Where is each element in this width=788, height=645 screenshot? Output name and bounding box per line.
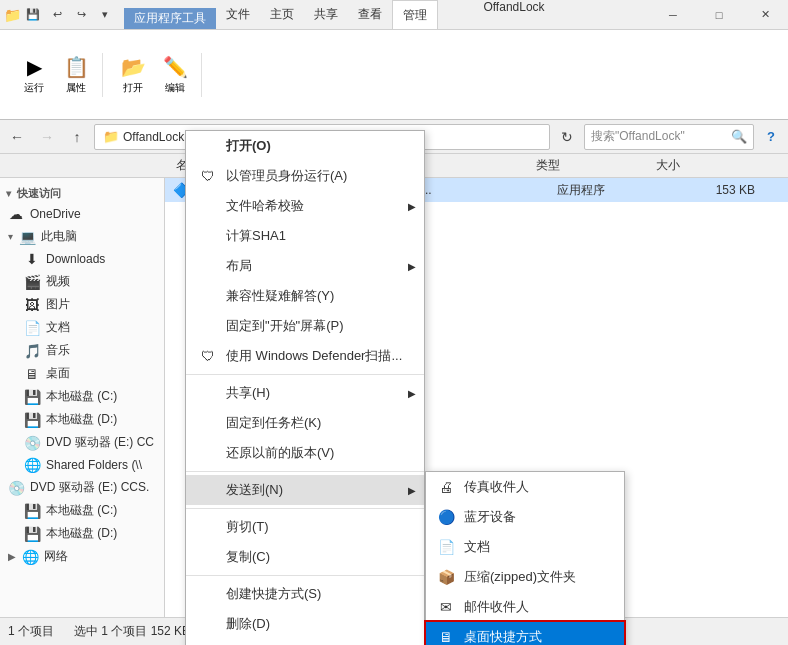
ctx-sep1 xyxy=(186,374,424,375)
help-button[interactable]: ? xyxy=(758,124,784,150)
minimize-button[interactable]: ─ xyxy=(650,0,696,29)
onedrive-icon: ☁ xyxy=(8,206,24,222)
shared-icon: 🌐 xyxy=(24,457,40,473)
ctx-compat-icon xyxy=(198,286,218,306)
close-button[interactable]: ✕ xyxy=(742,0,788,29)
ctx-delete[interactable]: 删除(D) xyxy=(186,609,424,639)
tab-view[interactable]: 查看 xyxy=(348,0,392,29)
dvde2-icon: 💿 xyxy=(8,480,24,496)
title-bar-left: 📁 💾 ↩ ↪ ▾ xyxy=(0,0,120,29)
ctx-runas[interactable]: 🛡 以管理员身份运行(A) xyxy=(186,161,424,191)
qat-redo[interactable]: ↪ xyxy=(70,4,92,26)
col-size-header[interactable]: 大小 xyxy=(648,157,728,174)
ctx-sha1[interactable]: 计算SHA1 xyxy=(186,221,424,251)
sidebar-item-dvde2[interactable]: 💿 DVD 驱动器 (E:) CCS. xyxy=(0,476,164,499)
ribbon-property-button[interactable]: 📋 属性 xyxy=(56,53,96,97)
col-type-header[interactable]: 类型 xyxy=(528,157,648,174)
fax-icon: 🖨 xyxy=(436,477,456,497)
sidebar: ▾ 快速访问 ☁ OneDrive ▾ 💻 此电脑 ⬇ Downloads 🎬 … xyxy=(0,178,165,617)
ctx-sendto[interactable]: 发送到(N) 🖨 传真收件人 🔵 蓝牙设备 📄 文档 📦 压缩(zipped) xyxy=(186,475,424,505)
ctx-copy[interactable]: 复制(C) xyxy=(186,542,424,572)
pc-arrow: ▾ xyxy=(8,231,13,242)
localc2-icon: 💾 xyxy=(24,503,40,519)
ctx-delete-icon xyxy=(198,614,218,634)
ctx-create-shortcut[interactable]: 创建快捷方式(S) xyxy=(186,579,424,609)
ctx-sep3 xyxy=(186,508,424,509)
sidebar-item-downloads[interactable]: ⬇ Downloads xyxy=(0,248,164,270)
pictures-icon: 🖼 xyxy=(24,297,40,313)
ctx-pin-taskbar[interactable]: 固定到任务栏(K) xyxy=(186,408,424,438)
forward-button[interactable]: → xyxy=(34,124,60,150)
title-bar: 📁 💾 ↩ ↪ ▾ 应用程序工具 文件 主页 共享 查看 管理 OffandLo… xyxy=(0,0,788,30)
sidebar-item-local-c[interactable]: 💾 本地磁盘 (C:) xyxy=(0,385,164,408)
sidebar-item-desktop[interactable]: 🖥 桌面 xyxy=(0,362,164,385)
dvde2-label: DVD 驱动器 (E:) CCS. xyxy=(30,479,149,496)
ctx-hash[interactable]: 文件哈希校验 xyxy=(186,191,424,221)
sidebar-item-pc[interactable]: ▾ 💻 此电脑 xyxy=(0,225,164,248)
ctx-rename[interactable]: 重命名(M) xyxy=(186,639,424,645)
refresh-button[interactable]: ↻ xyxy=(554,124,580,150)
search-icon: 🔍 xyxy=(731,129,747,144)
ctx-restore-icon xyxy=(198,443,218,463)
sidebar-item-local-d[interactable]: 💾 本地磁盘 (D:) xyxy=(0,408,164,431)
ctx-layout[interactable]: 布局 xyxy=(186,251,424,281)
sidebar-item-pictures[interactable]: 🖼 图片 xyxy=(0,293,164,316)
sidebar-item-videos[interactable]: 🎬 视频 xyxy=(0,270,164,293)
subdoc-icon: 📄 xyxy=(436,537,456,557)
ctx-restore[interactable]: 还原以前的版本(V) xyxy=(186,438,424,468)
ctx-compat[interactable]: 兼容性疑难解答(Y) xyxy=(186,281,424,311)
mail-icon: ✉ xyxy=(436,597,456,617)
back-button[interactable]: ← xyxy=(4,124,30,150)
ctx-shortcut-icon xyxy=(198,584,218,604)
tab-home[interactable]: 主页 xyxy=(260,0,304,29)
up-button[interactable]: ↑ xyxy=(64,124,90,150)
tab-file[interactable]: 文件 xyxy=(216,0,260,29)
quick-access-arrow: ▾ xyxy=(6,188,11,199)
sub-documents[interactable]: 📄 文档 xyxy=(426,532,624,562)
videos-icon: 🎬 xyxy=(24,274,40,290)
sub-fax[interactable]: 🖨 传真收件人 xyxy=(426,472,624,502)
tab-manage[interactable]: 管理 xyxy=(392,0,438,29)
sidebar-section-quick-access: ▾ 快速访问 xyxy=(0,182,164,203)
ctx-share[interactable]: 共享(H) xyxy=(186,378,424,408)
search-placeholder: 搜索"OffandLock" xyxy=(591,128,685,145)
ctx-sep4 xyxy=(186,575,424,576)
drive-d-icon: 💾 xyxy=(24,412,40,428)
tab-app-tools[interactable]: 应用程序工具 xyxy=(124,8,216,29)
ribbon-run-button[interactable]: ▶ 运行 xyxy=(14,53,54,97)
ctx-pin-taskbar-icon xyxy=(198,413,218,433)
sub-zip[interactable]: 📦 压缩(zipped)文件夹 xyxy=(426,562,624,592)
app-icon: 📁 xyxy=(4,7,20,23)
tab-share[interactable]: 共享 xyxy=(304,0,348,29)
sidebar-item-dvd-e[interactable]: 💿 DVD 驱动器 (E:) CC xyxy=(0,431,164,454)
open-icon: 📂 xyxy=(121,55,145,79)
sidebar-item-localc2[interactable]: 💾 本地磁盘 (C:) xyxy=(0,499,164,522)
ctx-open[interactable]: 打开(O) xyxy=(186,131,424,161)
ribbon-open-button[interactable]: 📂 打开 xyxy=(113,53,153,97)
ctx-cut[interactable]: 剪切(T) xyxy=(186,512,424,542)
sub-bluetooth[interactable]: 🔵 蓝牙设备 xyxy=(426,502,624,532)
maximize-button[interactable]: □ xyxy=(696,0,742,29)
ctx-defender[interactable]: 🛡 使用 Windows Defender扫描... xyxy=(186,341,424,371)
sidebar-item-music[interactable]: 🎵 音乐 xyxy=(0,339,164,362)
qat-undo[interactable]: ↩ xyxy=(46,4,68,26)
search-box[interactable]: 搜索"OffandLock" 🔍 xyxy=(584,124,754,150)
property-icon: 📋 xyxy=(64,55,88,79)
onedrive-label: OneDrive xyxy=(30,207,81,221)
ctx-pin-start[interactable]: 固定到"开始"屏幕(P) xyxy=(186,311,424,341)
sub-desktop-shortcut[interactable]: 🖥 桌面快捷方式 xyxy=(426,622,624,645)
ribbon-edit-button[interactable]: ✏️ 编辑 xyxy=(155,53,195,97)
sidebar-item-shared[interactable]: 🌐 Shared Folders (\\ xyxy=(0,454,164,476)
qat-save[interactable]: 💾 xyxy=(22,4,44,26)
sidebar-item-documents[interactable]: 📄 文档 xyxy=(0,316,164,339)
sidebar-item-locald2[interactable]: 💾 本地磁盘 (D:) xyxy=(0,522,164,545)
sidebar-item-network[interactable]: ▶ 🌐 网络 xyxy=(0,545,164,568)
window-title: OffandLock xyxy=(438,0,650,29)
qat-dropdown[interactable]: ▾ xyxy=(94,4,116,26)
breadcrumb-1[interactable]: OffandLock xyxy=(123,130,184,144)
file-type: 应用程序 xyxy=(557,182,677,199)
ctx-layout-icon xyxy=(198,256,218,276)
sidebar-item-onedrive[interactable]: ☁ OneDrive xyxy=(0,203,164,225)
sub-mail[interactable]: ✉ 邮件收件人 xyxy=(426,592,624,622)
drive-c-icon: 💾 xyxy=(24,389,40,405)
